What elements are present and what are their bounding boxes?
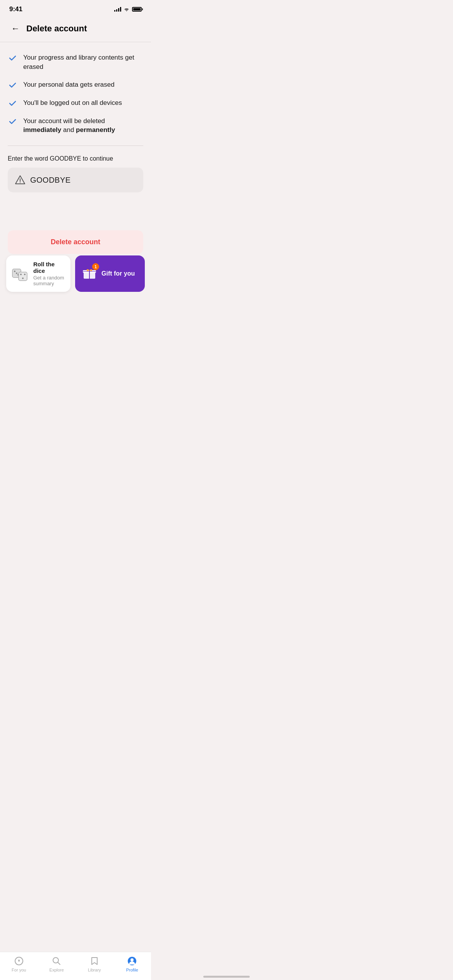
check-item-4: Your account will be deleted immediately… — [8, 117, 143, 135]
gift-label: Gift for you — [101, 270, 135, 277]
svg-point-9 — [22, 278, 24, 279]
input-label: Enter the word GOODBYE to continue — [8, 155, 143, 162]
bottom-cards: Roll the dice Get a random summary 1 Gif… — [0, 255, 151, 292]
check-text-4: Your account will be deleted immediately… — [23, 117, 143, 135]
status-bar: 9:41 — [0, 0, 151, 16]
page-title: Delete account — [26, 24, 87, 34]
back-arrow-icon: ← — [11, 24, 20, 34]
checkmark-icon-3 — [8, 99, 17, 108]
check-text-2: Your personal data gets erased — [23, 80, 115, 89]
check-text-1: Your progress and library contents get e… — [23, 53, 143, 72]
battery-icon — [132, 7, 142, 12]
wifi-icon — [124, 7, 130, 12]
header: ← Delete account — [0, 16, 151, 42]
checkmark-icon-1 — [8, 53, 17, 63]
goodbye-value: GOODBYE — [30, 176, 71, 185]
gift-badge: 1 — [92, 263, 99, 270]
svg-point-8 — [24, 274, 26, 275]
warning-icon — [15, 175, 26, 185]
roll-dice-subtitle: Get a random summary — [33, 275, 65, 286]
roll-dice-title: Roll the dice — [33, 261, 65, 274]
check-item-2: Your personal data gets erased — [8, 80, 143, 90]
back-button[interactable]: ← — [8, 21, 23, 36]
check-text-3: You'll be logged out on all devices — [23, 98, 122, 108]
gift-card[interactable]: 1 Gift for you — [75, 255, 145, 292]
delete-account-button[interactable]: Delete account — [8, 230, 143, 254]
svg-rect-6 — [19, 272, 27, 281]
check-item-1: Your progress and library contents get e… — [8, 53, 143, 72]
goodbye-input-field[interactable]: GOODBYE — [8, 168, 143, 192]
roll-dice-text: Roll the dice Get a random summary — [33, 261, 65, 286]
gift-icon-wrap: 1 — [82, 266, 97, 282]
status-time: 9:41 — [9, 5, 22, 13]
svg-point-1 — [20, 182, 21, 183]
dice-icon — [12, 265, 29, 282]
check-item-3: You'll be logged out on all devices — [8, 98, 143, 108]
roll-dice-card[interactable]: Roll the dice Get a random summary — [6, 255, 70, 292]
svg-point-7 — [20, 274, 22, 275]
main-content: Your progress and library contents get e… — [0, 42, 151, 209]
delete-button-container: Delete account — [8, 230, 143, 254]
signal-icon — [114, 7, 121, 12]
svg-point-3 — [14, 271, 15, 272]
divider-1 — [8, 146, 143, 146]
checkmark-icon-4 — [8, 117, 17, 126]
checklist: Your progress and library contents get e… — [8, 53, 143, 135]
svg-point-5 — [16, 272, 17, 274]
checkmark-icon-2 — [8, 81, 17, 90]
status-icons — [114, 7, 142, 12]
